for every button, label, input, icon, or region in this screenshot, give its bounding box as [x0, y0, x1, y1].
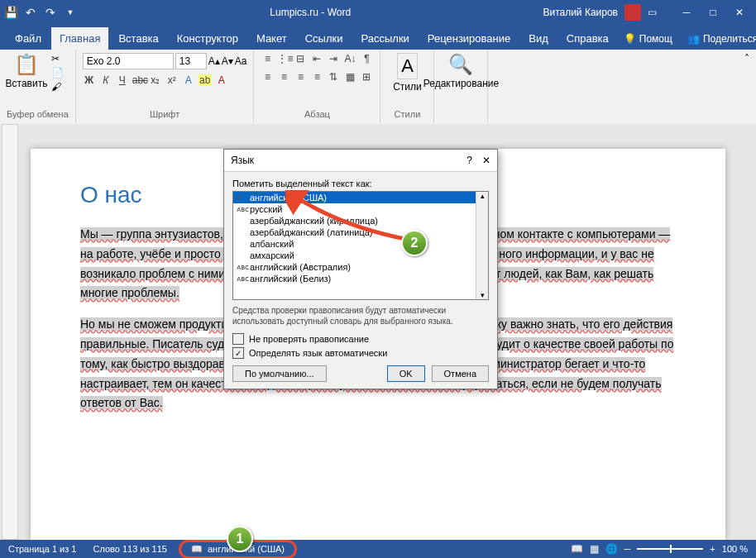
clipboard-icon: 📋	[14, 53, 39, 76]
group-paragraph-label: Абзац	[261, 109, 373, 121]
zoom-out-button[interactable]: ─	[624, 544, 631, 554]
styles-button[interactable]: A Стили	[387, 53, 427, 93]
italic-button[interactable]: К	[99, 74, 112, 86]
language-item-en-au[interactable]: ᴀʙᴄанглийский (Австралия)	[233, 261, 488, 273]
bold-button[interactable]: Ж	[83, 74, 96, 86]
sort-icon[interactable]: A↓	[343, 53, 356, 64]
web-layout-icon[interactable]: 🌐	[605, 543, 618, 555]
ribbon: 📋 Вставить ✂ 📄 🖌 Буфер обмена A▴ A▾ Aa	[0, 50, 756, 125]
dialog-title: Язык	[231, 155, 254, 166]
search-icon: 🔍	[448, 53, 473, 76]
group-font-label: Шрифт	[83, 109, 247, 121]
font-color-icon[interactable]: A	[215, 74, 228, 86]
redo-icon[interactable]: ↷	[43, 6, 58, 19]
lightbulb-icon: 💡	[624, 33, 636, 45]
strike-button[interactable]: abc	[132, 74, 146, 86]
decrease-font-icon[interactable]: A▾	[222, 55, 233, 67]
increase-indent-icon[interactable]: ⇥	[327, 53, 340, 64]
decrease-indent-icon[interactable]: ⇤	[310, 53, 323, 64]
tab-home[interactable]: Главная	[51, 27, 108, 50]
tab-help[interactable]: Справка	[558, 27, 617, 50]
tab-review[interactable]: Рецензирование	[419, 27, 519, 50]
group-clipboard-label: Буфер обмена	[7, 109, 69, 121]
justify-icon[interactable]: ≡	[310, 71, 323, 83]
book-icon: 📖	[191, 544, 203, 555]
listbox-scrollbar[interactable]: ▴▾	[476, 192, 488, 299]
text-effects-icon[interactable]: A	[182, 74, 195, 86]
default-button[interactable]: По умолчанию...	[232, 365, 327, 382]
vertical-ruler[interactable]	[2, 124, 18, 540]
tab-references[interactable]: Ссылки	[297, 27, 352, 50]
collapse-ribbon-icon[interactable]: ˄	[738, 50, 756, 124]
callout-one: 1	[227, 526, 253, 552]
subscript-button[interactable]: x₂	[149, 74, 162, 86]
format-painter-icon[interactable]: 🖌	[51, 81, 64, 93]
tab-layout[interactable]: Макет	[248, 27, 295, 50]
font-name-input[interactable]	[83, 53, 174, 69]
undo-icon[interactable]: ↶	[23, 6, 38, 19]
print-layout-icon[interactable]: ▦	[590, 543, 599, 555]
word-count[interactable]: Слово 113 из 115	[84, 544, 175, 554]
bullets-icon[interactable]: ≡	[261, 53, 274, 64]
window-title: Lumpics.ru - Word	[78, 7, 543, 18]
multilevel-icon[interactable]: ⊟	[294, 53, 307, 64]
minimize-button[interactable]: ─	[673, 7, 700, 18]
annotation-arrow	[285, 190, 418, 248]
callout-two: 2	[401, 230, 428, 256]
tab-insert[interactable]: Вставка	[110, 27, 166, 50]
styles-icon: A	[397, 53, 418, 79]
editing-button[interactable]: 🔍 Редактирование	[441, 53, 481, 89]
user-name[interactable]: Виталий Каиров	[543, 7, 618, 18]
no-check-checkbox[interactable]: Не проверять правописание	[232, 333, 489, 345]
read-mode-icon[interactable]: 📖	[571, 543, 583, 555]
zoom-slider[interactable]	[637, 548, 703, 550]
show-marks-icon[interactable]: ¶	[360, 53, 373, 64]
numbering-icon[interactable]: ⋮≡	[277, 53, 290, 64]
dialog-close-button[interactable]: ✕	[482, 155, 490, 166]
close-button[interactable]: ✕	[726, 7, 753, 18]
cut-icon[interactable]: ✂	[51, 53, 64, 64]
paste-button[interactable]: 📋 Вставить	[7, 53, 46, 89]
copy-icon[interactable]: 📄	[51, 67, 64, 79]
align-right-icon[interactable]: ≡	[294, 71, 307, 83]
tell-me-button[interactable]: 💡Помощ	[619, 28, 677, 50]
font-size-input[interactable]	[175, 53, 207, 69]
borders-icon[interactable]: ⊞	[360, 71, 373, 83]
language-item-am[interactable]: амхарский	[233, 250, 488, 261]
ribbon-tabs: Файл Главная Вставка Конструктор Макет С…	[0, 25, 756, 50]
zoom-value[interactable]: 100 %	[722, 544, 748, 554]
titlebar: 💾 ↶ ↷ ▼ Lumpics.ru - Word Виталий Каиров…	[0, 0, 756, 25]
save-icon[interactable]: 💾	[3, 6, 18, 19]
ribbon-options-icon[interactable]: ▭	[648, 7, 657, 18]
share-icon: 👥	[687, 33, 700, 45]
underline-button[interactable]: Ч	[116, 74, 129, 86]
page-indicator[interactable]: Страница 1 из 1	[0, 544, 84, 554]
line-spacing-icon[interactable]: ⇅	[327, 71, 340, 83]
align-left-icon[interactable]: ≡	[261, 71, 274, 83]
group-editing-label	[441, 109, 481, 121]
statusbar: Страница 1 из 1 Слово 113 из 115 📖 англи…	[0, 540, 756, 558]
tab-design[interactable]: Конструктор	[169, 27, 246, 50]
change-case-icon[interactable]: Aa	[235, 55, 247, 67]
ok-button[interactable]: OK	[387, 365, 425, 382]
group-styles-label: Стили	[387, 109, 427, 121]
share-button[interactable]: 👥Поделиться	[682, 28, 756, 50]
dialog-help-button[interactable]: ?	[467, 155, 472, 166]
highlight-icon[interactable]: ab	[199, 74, 212, 86]
maximize-button[interactable]: □	[700, 7, 726, 18]
user-avatar[interactable]	[624, 4, 641, 21]
superscript-button[interactable]: x²	[165, 74, 179, 86]
auto-detect-checkbox[interactable]: ✓Определять язык автоматически	[232, 347, 489, 359]
cancel-button[interactable]: Отмена	[432, 365, 489, 382]
tab-mailings[interactable]: Рассылки	[352, 27, 417, 50]
language-item-en-bz[interactable]: ᴀʙᴄанглийский (Белиз)	[233, 273, 488, 284]
language-dialog: Язык ? ✕ Пометить выделенный текст как: …	[223, 149, 498, 389]
tab-file[interactable]: Файл	[7, 27, 50, 50]
align-center-icon[interactable]: ≡	[277, 71, 290, 83]
shading-icon[interactable]: ▦	[343, 71, 356, 83]
dialog-info: Средства проверки правописания будут авт…	[232, 305, 489, 327]
increase-font-icon[interactable]: A▴	[208, 55, 220, 67]
qat-dropdown-icon[interactable]: ▼	[63, 8, 78, 17]
tab-view[interactable]: Вид	[520, 27, 557, 50]
zoom-in-button[interactable]: +	[710, 544, 715, 554]
